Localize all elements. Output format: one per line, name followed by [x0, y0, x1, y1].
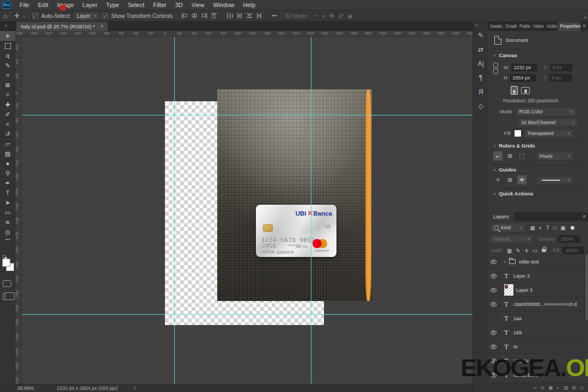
- quick-mask-icon[interactable]: [3, 280, 11, 287]
- zoom-tool[interactable]: ◎: [0, 227, 15, 237]
- clone-stamp-tool[interactable]: ⍟: [0, 119, 15, 129]
- menu-filter[interactable]: Filter: [149, 2, 170, 8]
- filter-type-icon[interactable]: T: [546, 225, 549, 231]
- canvas-section-header[interactable]: ∨ Canvas: [488, 52, 588, 58]
- panel-tab-histo[interactable]: Histo: [531, 22, 544, 31]
- eyedropper-tool[interactable]: ✧: [0, 90, 15, 100]
- panel-tab-properties[interactable]: Properties: [558, 22, 581, 31]
- blend-mode-dropdown[interactable]: Normal ∨: [491, 235, 532, 243]
- lock-icon[interactable]: ▦: [507, 248, 512, 254]
- guide-layout-icon[interactable]: ⊞: [505, 175, 514, 185]
- panel-strip-icon[interactable]: ✎: [473, 32, 488, 39]
- horizontal-ruler[interactable]: 2000180016001400120010008006004002000200…: [15, 31, 473, 37]
- panel-tab-gradi[interactable]: Gradi: [503, 22, 517, 31]
- distribute-left-icon[interactable]: [226, 13, 233, 19]
- auto-select-dropdown[interactable]: Layer ∨: [74, 13, 99, 20]
- distribute-center-icon[interactable]: [236, 13, 243, 19]
- panel-menu-icon[interactable]: ≡: [583, 213, 586, 219]
- new-group-icon[interactable]: ▤: [564, 385, 568, 390]
- lasso-tool[interactable]: ɋ: [0, 51, 15, 60]
- collapse-toolbar-icon[interactable]: »: [4, 23, 7, 28]
- home-icon[interactable]: ⌂: [3, 12, 7, 20]
- filter-kind-dropdown[interactable]: Kind ∨: [491, 224, 525, 231]
- filter-type-icon[interactable]: ◐: [539, 225, 542, 231]
- panel-strip-icon[interactable]: ⇄: [473, 46, 488, 53]
- depth-dropdown[interactable]: 16 Bits/Channel ∨: [518, 119, 577, 126]
- layer-row[interactable]: T169: [488, 326, 586, 340]
- chevron-right-icon[interactable]: ⟩: [134, 385, 136, 391]
- clear-guides-icon[interactable]: ✛: [517, 175, 526, 185]
- layer-row[interactable]: TLayer 2: [488, 269, 586, 283]
- y-input[interactable]: 0 px: [549, 74, 572, 82]
- gradient-tool[interactable]: ▨: [0, 149, 15, 158]
- visibility-toggle[interactable]: [488, 340, 499, 353]
- adjustment-layer-icon[interactable]: ◐: [556, 385, 559, 390]
- align-top-edges-icon[interactable]: [211, 13, 217, 19]
- panel-strip-icon[interactable]: ¶: [473, 74, 488, 82]
- more-options-icon[interactable]: •••: [272, 13, 277, 19]
- dodge-tool[interactable]: ⚲: [0, 168, 15, 178]
- menu-help[interactable]: Help: [239, 2, 260, 8]
- layer-row[interactable]: ∨edite text: [488, 255, 586, 269]
- menu-layer[interactable]: Layer: [78, 2, 102, 8]
- lock-icon[interactable]: ▭: [532, 248, 537, 254]
- align-horizontal-centers-icon[interactable]: [191, 13, 198, 19]
- menu-select[interactable]: Select: [124, 2, 149, 8]
- fill-swatch[interactable]: [514, 130, 522, 137]
- filter-type-icon[interactable]: ▦: [530, 225, 535, 231]
- distribute-horizontal-icon[interactable]: [256, 13, 262, 19]
- quick-selection-tool[interactable]: ✎: [0, 60, 15, 70]
- move-tool-icon[interactable]: ✛: [14, 12, 20, 20]
- layer-row[interactable]: Tcita0000000...<<<<<<<<<0 d: [488, 297, 586, 311]
- blur-tool[interactable]: ●: [0, 158, 15, 168]
- horizontal-guide[interactable]: [22, 115, 473, 115]
- vertical-ruler[interactable]: 6004002000200400600800100012001400160018…: [15, 37, 22, 384]
- visibility-toggle[interactable]: [488, 326, 499, 339]
- leather-photo-layer[interactable]: UBI ✕ Banca ))) 1234 5678 9012 3456 MONT…: [217, 89, 372, 301]
- units-dropdown[interactable]: Pixels ∨: [537, 152, 573, 160]
- marquee-tool[interactable]: [0, 41, 15, 51]
- layers-scrollbar[interactable]: [586, 255, 587, 320]
- width-input[interactable]: 2232 px: [511, 64, 537, 71]
- collapse-panels-icon[interactable]: »: [475, 23, 477, 28]
- crop-tool[interactable]: ⌗: [0, 70, 15, 80]
- brush-tool[interactable]: ✐: [0, 109, 15, 119]
- zoom-level[interactable]: 20.66%: [17, 385, 34, 391]
- visibility-toggle[interactable]: [488, 297, 499, 311]
- rulers-grids-header[interactable]: ∨ Rulers & Grids: [488, 143, 588, 149]
- more-tools-icon[interactable]: •••: [0, 237, 15, 244]
- panel-tab-swatc[interactable]: Swatc: [488, 22, 503, 31]
- menu-file[interactable]: File: [15, 2, 34, 8]
- chevron-down-icon[interactable]: ∨: [504, 260, 506, 264]
- quick-actions-header[interactable]: ∨ Quick Actions: [488, 191, 588, 197]
- panel-tab-patte[interactable]: Patte: [517, 22, 531, 31]
- credit-card[interactable]: UBI ✕ Banca ))) 1234 5678 9012 3456 MONT…: [256, 205, 336, 257]
- layer-row[interactable]: T1aa: [488, 311, 586, 326]
- layer-row[interactable]: Tm: [488, 340, 586, 354]
- layer-effects-icon[interactable]: fx: [541, 385, 544, 390]
- auto-select-checkbox[interactable]: ✓: [33, 13, 38, 19]
- visibility-toggle[interactable]: [488, 255, 499, 268]
- foreground-color-swatch[interactable]: [2, 259, 10, 267]
- horizontal-guide[interactable]: [22, 314, 473, 315]
- toggle-rulers-icon[interactable]: ⌐: [493, 151, 503, 161]
- guide-style-dropdown[interactable]: ∨: [537, 177, 573, 183]
- fill-dropdown[interactable]: Transparent ∨: [525, 130, 573, 137]
- filter-toggle-icon[interactable]: [571, 226, 574, 230]
- vertical-guide[interactable]: [311, 37, 311, 384]
- frame-tool[interactable]: ⊠: [0, 80, 15, 90]
- toggle-pixel-grid-icon[interactable]: ⬚: [517, 151, 526, 161]
- guides-header[interactable]: ∨ Guides: [488, 167, 588, 173]
- shape-tool[interactable]: ▭: [0, 207, 15, 217]
- path-select-tool[interactable]: ➤: [0, 198, 15, 207]
- canvas-area[interactable]: UBI ✕ Banca ))) 1234 5678 9012 3456 MONT…: [22, 37, 473, 384]
- filter-type-icon[interactable]: ▣: [560, 225, 565, 231]
- layers-tab[interactable]: Layers: [488, 212, 514, 221]
- new-layer-icon[interactable]: ⊞: [572, 385, 576, 390]
- hand-tool[interactable]: ≋: [0, 217, 15, 227]
- type-tool[interactable]: T: [0, 188, 15, 198]
- toggle-grid-icon[interactable]: ⊞: [505, 151, 514, 161]
- healing-brush-tool[interactable]: ✚: [0, 100, 15, 109]
- visibility-toggle[interactable]: [488, 269, 499, 283]
- lock-icon[interactable]: ✛: [524, 248, 529, 254]
